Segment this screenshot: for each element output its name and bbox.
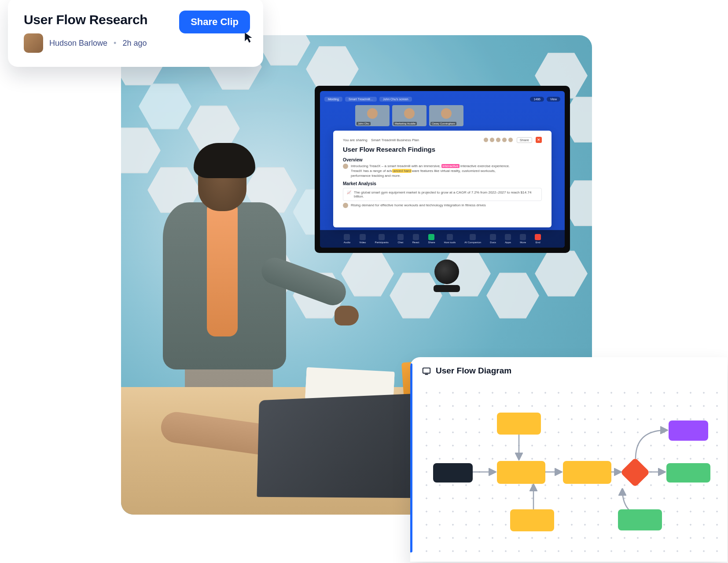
- flow-node[interactable]: [497, 461, 545, 484]
- doc-callout: 📈 The global smart gym equipment market …: [343, 188, 542, 201]
- doc-title: User Flow Research Findings: [343, 146, 542, 153]
- shield-icon: [447, 234, 453, 240]
- clip-card: User Flow Research Hudson Barlowe • 2h a…: [8, 0, 263, 67]
- toolbar-more[interactable]: More: [520, 234, 526, 244]
- emoji-icon: [413, 234, 419, 240]
- laptop: [253, 396, 429, 510]
- svg-rect-0: [423, 368, 430, 373]
- shared-document: You are sharing Smart Treadmill Business…: [333, 131, 552, 227]
- doc-viewer-avatar: [483, 137, 489, 143]
- meeting-tab[interactable]: Meeting: [324, 97, 342, 102]
- toolbar-participants[interactable]: Participants: [375, 234, 388, 244]
- participant-tile[interactable]: [392, 105, 427, 126]
- toolbar-share[interactable]: Share: [428, 234, 435, 244]
- doc-viewer-avatar: [508, 137, 513, 143]
- participant-tile[interactable]: [355, 105, 390, 126]
- share-clip-button[interactable]: Share Clip: [179, 11, 250, 33]
- author-avatar-icon: [343, 164, 348, 169]
- participant-thumbnails: [355, 105, 463, 126]
- more-icon: [520, 234, 526, 240]
- doc-icon: [490, 234, 496, 240]
- screen-tab[interactable]: John Chu's screen: [379, 97, 412, 102]
- toolbar-audio[interactable]: Audio: [344, 234, 350, 244]
- chart-icon: 📈: [347, 190, 351, 198]
- grid-icon: [505, 234, 511, 240]
- doc-share-button[interactable]: Share: [517, 137, 532, 143]
- diagram-panel: User Flow Diagram: [410, 357, 727, 562]
- zoom-toolbar: Audio Video Participants Chat React Shar…: [320, 230, 565, 248]
- wall-tv: Meeting Smart Treadmill… John Chu's scre…: [315, 86, 570, 253]
- zoom-client: Meeting Smart Treadmill… John Chu's scre…: [320, 91, 565, 248]
- toolbar-host[interactable]: Host tools: [444, 234, 456, 244]
- flow-node[interactable]: [497, 413, 541, 435]
- diagram-canvas[interactable]: [420, 386, 727, 562]
- toolbar-docs[interactable]: Docs: [490, 234, 496, 244]
- diagram-title: User Flow Diagram: [436, 366, 511, 376]
- camera-icon: [360, 234, 366, 240]
- flow-start-node[interactable]: [433, 463, 473, 483]
- share-screen-icon: [428, 234, 434, 240]
- sharing-doc-name: Smart Treadmill Business Plan: [371, 138, 419, 142]
- doc-heading-market: Market Analysis: [343, 181, 542, 186]
- cursor-icon: [244, 32, 254, 43]
- flow-node[interactable]: [666, 463, 710, 483]
- flow-node[interactable]: [510, 509, 554, 531]
- zoom-window-header: Meeting Smart Treadmill… John Chu's scre…: [324, 95, 560, 103]
- doc-viewer-avatar: [496, 137, 501, 143]
- conference-camera: [429, 260, 464, 290]
- toolbar-apps[interactable]: Apps: [505, 234, 511, 244]
- flow-node[interactable]: [618, 509, 662, 530]
- author-name: Hudson Barlowe: [49, 39, 107, 48]
- separator-dot: •: [114, 39, 116, 48]
- toolbar-react[interactable]: React: [412, 234, 419, 244]
- highlight-yellow: anced hard: [392, 169, 412, 173]
- participant-tile[interactable]: [429, 105, 463, 126]
- chat-icon: [397, 234, 404, 240]
- whiteboard-icon: [422, 366, 431, 376]
- participant-count: 1486: [530, 97, 544, 102]
- view-menu[interactable]: View: [547, 97, 560, 102]
- panel-accent: [410, 363, 412, 552]
- toolbar-end[interactable]: End: [535, 234, 541, 244]
- people-icon: [379, 234, 385, 240]
- sharing-indicator: You are sharing: [343, 138, 368, 142]
- doc-body-text: Introducing TreadX – a smart treadmill w…: [351, 164, 510, 179]
- author-avatar-icon: [343, 203, 348, 208]
- mic-icon: [344, 234, 350, 240]
- toolbar-chat[interactable]: Chat: [397, 234, 404, 244]
- doc-close-button[interactable]: ✕: [536, 137, 542, 143]
- doc-body-text: Rising demand for effective home workout…: [351, 203, 486, 208]
- author-avatar: [24, 33, 43, 53]
- doc-heading-overview: Overview: [343, 157, 542, 162]
- doc-viewer-avatar: [489, 137, 495, 143]
- flow-node[interactable]: [669, 420, 708, 441]
- clip-timestamp: 2h ago: [122, 39, 147, 48]
- end-call-icon: [535, 234, 541, 240]
- highlight-pink: interactive: [441, 164, 459, 168]
- toolbar-video[interactable]: Video: [359, 234, 366, 244]
- doc-viewer-avatar: [502, 137, 507, 143]
- doc-tab[interactable]: Smart Treadmill…: [345, 97, 377, 102]
- sparkle-icon: [470, 234, 476, 240]
- toolbar-ai[interactable]: AI Companion: [464, 234, 481, 244]
- flow-node[interactable]: [563, 461, 611, 484]
